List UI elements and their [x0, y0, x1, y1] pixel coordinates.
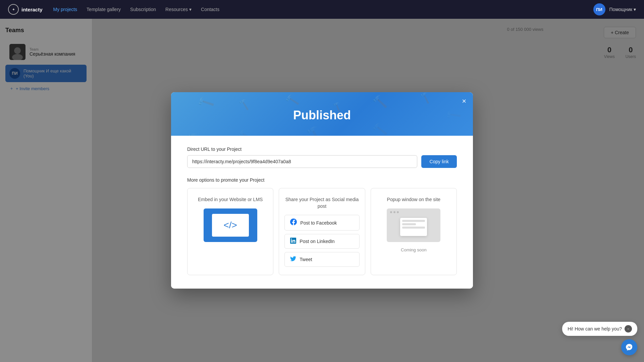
tweet-label: Tweet	[300, 257, 312, 262]
logo-text: interacty	[21, 7, 43, 12]
popup-title: Popup window on the site	[387, 196, 441, 203]
popup-dots	[390, 211, 399, 213]
popup-line-1	[402, 220, 425, 222]
logo[interactable]: ✦ interacty	[8, 4, 43, 15]
nav-link-subscription[interactable]: Subscription	[130, 7, 156, 12]
user-chevron: ▾	[634, 7, 636, 12]
dot-3	[397, 211, 399, 213]
dropdown-chevron: ▾	[189, 7, 192, 12]
chat-btn-row	[562, 339, 637, 355]
linkedin-icon	[290, 238, 296, 245]
dot-2	[393, 211, 395, 213]
twitter-icon	[290, 256, 296, 263]
embed-preview: </>	[204, 208, 257, 242]
user-name: Помощник	[609, 7, 632, 12]
embed-title: Embed in your Website or LMS	[198, 196, 263, 203]
popup-preview	[387, 208, 440, 242]
popup-window	[400, 218, 427, 236]
modal-body: Direct URL to your Project Copy link Mor…	[171, 136, 473, 289]
url-label: Direct URL to your Project	[187, 146, 457, 152]
post-on-linkedin-button[interactable]: Post on LinkedIn	[284, 234, 359, 249]
chat-close-button[interactable]: −	[625, 325, 632, 333]
coming-soon-label: Coming soon	[401, 247, 427, 252]
nav-links: My projects Template gallery Subscriptio…	[53, 7, 220, 12]
options-grid: Embed in your Website or LMS </> Share y…	[187, 188, 457, 275]
copy-link-button[interactable]: Copy link	[421, 155, 457, 168]
url-row: Copy link	[187, 155, 457, 168]
nav-link-template-gallery[interactable]: Template gallery	[87, 7, 121, 12]
popup-line-3	[402, 227, 425, 229]
messenger-icon	[625, 343, 633, 351]
social-buttons: Post to Facebook Post on LinkedIn	[284, 215, 359, 267]
url-input[interactable]	[187, 155, 417, 168]
chat-widget: Hi! How can we help you? −	[562, 322, 637, 355]
modal-header: 🔨 🔨 🔨 🔨 🔨 🔨 🔨 🔨 🔨 🔨 🔨 🔨 Published ×	[171, 92, 473, 136]
promote-label: More options to promote your Project	[187, 177, 457, 183]
social-title: Share your Project as Social media post	[284, 196, 359, 209]
dot-1	[390, 211, 392, 213]
navbar: ✦ interacty My projects Template gallery…	[0, 0, 644, 19]
chat-bubble: Hi! How can we help you? −	[562, 322, 637, 336]
popup-line-2	[402, 223, 416, 225]
user-menu[interactable]: Помощник ▾	[609, 7, 636, 12]
nav-link-my-projects[interactable]: My projects	[53, 7, 77, 12]
nav-link-resources[interactable]: Resources ▾	[165, 7, 192, 12]
embed-card: Embed in your Website or LMS </>	[187, 188, 273, 275]
main-area: Teams Team Серьёзная компания ПИ Помощни…	[0, 19, 644, 362]
modal-close-button[interactable]: ×	[462, 98, 466, 105]
logo-icon: ✦	[8, 4, 19, 15]
tweet-button[interactable]: Tweet	[284, 252, 359, 267]
facebook-label: Post to Facebook	[300, 220, 337, 226]
chat-open-button[interactable]	[621, 339, 637, 355]
nav-link-contacts[interactable]: Contacts	[201, 7, 219, 12]
facebook-icon	[290, 219, 297, 227]
published-modal: 🔨 🔨 🔨 🔨 🔨 🔨 🔨 🔨 🔨 🔨 🔨 🔨 Published × Dire…	[171, 92, 473, 289]
linkedin-label: Post on LinkedIn	[300, 239, 334, 244]
navbar-right: ПИ Помощник ▾	[593, 3, 636, 15]
user-avatar: ПИ	[593, 3, 605, 15]
post-to-facebook-button[interactable]: Post to Facebook	[284, 215, 359, 231]
chat-message: Hi! How can we help you?	[568, 326, 622, 331]
social-card: Share your Project as Social media post …	[279, 188, 365, 275]
modal-title: Published	[179, 108, 465, 122]
embed-icon: </>	[212, 214, 249, 237]
popup-card: Popup window on the site C	[371, 188, 457, 275]
